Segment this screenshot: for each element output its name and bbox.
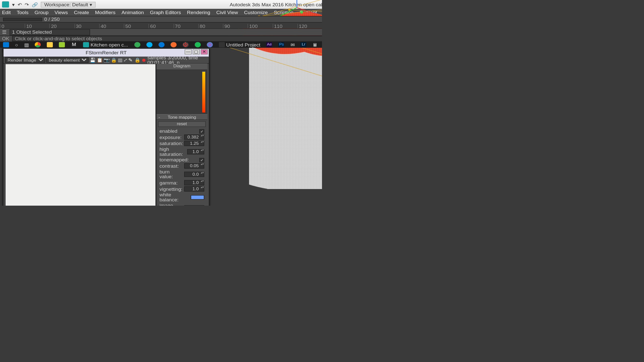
tm-contrast-label: contrast: xyxy=(159,163,179,168)
menu-views[interactable]: Views xyxy=(55,10,68,15)
tm-enabled-checkbox[interactable] xyxy=(199,129,204,133)
fstorm-rt-titlebar[interactable]: FStormRender RT — ▢ ✕ xyxy=(4,49,209,57)
menu-graph-editors[interactable]: Graph Editors xyxy=(150,10,181,15)
tm-saturation-label: saturation: xyxy=(159,141,183,146)
tm-whitebal-label: white balance: xyxy=(159,193,191,202)
fstorm-rt-preview[interactable] xyxy=(5,64,156,206)
tm-blur-label: image blur: xyxy=(159,203,184,206)
app-logo-icon xyxy=(2,1,9,8)
svg-rect-14 xyxy=(300,11,303,13)
status-bar: ☰ 1 Object Selected 🔒 X: 2076.92cm Y: -3… xyxy=(0,28,322,35)
origin-icon[interactable] xyxy=(167,42,179,47)
tm-gamma-spinner[interactable]: 1.0 xyxy=(184,180,204,185)
fstorm-rt-cam-icon[interactable]: 📷 xyxy=(104,58,110,62)
fstorm-rt-fit-icon[interactable]: ⤢ xyxy=(123,58,127,62)
menu-group[interactable]: Group xyxy=(34,10,49,15)
calc-icon[interactable]: 🖩 xyxy=(310,42,321,47)
sharex-icon[interactable] xyxy=(204,42,216,47)
explorer-icon[interactable] xyxy=(44,42,56,47)
time-slider[interactable] xyxy=(3,18,42,21)
start-button[interactable] xyxy=(0,42,12,47)
skype-icon[interactable] xyxy=(143,42,155,47)
fstorm-rt-picker-icon[interactable]: ✎ xyxy=(128,58,132,62)
snip-icon[interactable]: ✂ xyxy=(321,42,322,47)
fstorm-rt-element-select[interactable]: Render Image xyxy=(5,57,45,63)
tm-vignetting-label: vignetting: xyxy=(159,187,182,191)
selection-status: 1 Object Selected xyxy=(10,29,90,35)
tm-burn-label: burn value: xyxy=(159,169,184,179)
tm-tonemapped-label: tonemapped: xyxy=(159,158,189,162)
fstorm-rt-save-icon[interactable]: 💾 xyxy=(90,58,96,62)
ps-icon[interactable]: Ps xyxy=(275,42,288,47)
menu-rendering[interactable]: Rendering xyxy=(187,10,210,15)
fstorm-rt-toolbar: Render Image beauty element 💾 📋 📷 🔒 ▥ ⤢ … xyxy=(4,57,209,64)
tone-mapping-reset-button[interactable]: reset xyxy=(158,121,206,127)
maxscript-icon[interactable]: ☰ xyxy=(0,30,9,34)
marvelous-icon[interactable]: M xyxy=(68,42,80,47)
menu-tools[interactable]: Tools xyxy=(17,10,28,15)
task-view-icon[interactable]: ▥ xyxy=(21,42,32,47)
tm-gamma-label: gamma: xyxy=(159,180,178,185)
fstorm-rt-close-button[interactable]: ✕ xyxy=(201,49,208,54)
ae-icon[interactable]: Ae xyxy=(263,42,275,47)
tm-exposure-spinner[interactable]: 0.382 xyxy=(184,134,204,140)
menu-modifiers[interactable]: Modifiers xyxy=(95,10,115,15)
workspace-selector[interactable]: Workspace: Default ▾ xyxy=(41,2,96,7)
fstorm-rt-copy-icon[interactable]: 📋 xyxy=(97,58,103,62)
tm-vignetting-spinner[interactable]: 1.0 xyxy=(184,186,204,192)
chrome-icon[interactable] xyxy=(32,42,44,47)
menu-animation[interactable]: Animation xyxy=(122,10,144,15)
fstorm-rt-lock2-icon[interactable]: 🔒 xyxy=(134,58,140,62)
undo-icon[interactable]: ↶ xyxy=(18,2,22,7)
mail-icon[interactable]: ✉ xyxy=(288,42,298,47)
menu-create[interactable]: Create xyxy=(74,10,89,15)
tm-contrast-spinner[interactable]: 0.05 xyxy=(184,163,204,168)
tm-burn-spinner[interactable]: 0.0 xyxy=(184,172,204,177)
fstorm-rt-window[interactable]: FStormRender RT — ▢ ✕ Render Image beaut… xyxy=(3,48,209,206)
tm-whitebal-swatch[interactable] xyxy=(191,195,204,200)
timeline-slider-row: 0 / 250 xyxy=(0,16,322,22)
tick: 0 xyxy=(0,24,25,28)
tm-saturation-spinner[interactable]: 1.25 xyxy=(184,141,204,146)
fstorm-rt-lock-icon[interactable]: 🔒 xyxy=(111,58,117,62)
davinci-icon[interactable]: Untitled Project xyxy=(216,42,263,47)
fstorm-rt-min-button[interactable]: — xyxy=(185,49,192,54)
windows-taskbar: ○ ▥ M Kitchen open c... ⏻ Untitled Proje… xyxy=(0,41,322,48)
power-icon[interactable]: ⏻ xyxy=(179,42,191,47)
status-ok-label: OK xyxy=(2,36,9,41)
lr-icon[interactable]: Lr xyxy=(298,42,310,47)
cortana-icon[interactable]: ○ xyxy=(12,42,21,47)
fstorm-rt-rec-icon[interactable]: ⏺ xyxy=(141,58,146,62)
prompt-line: Click or click-and-drag to select object… xyxy=(12,36,322,42)
tone-mapping-rollup[interactable]: Tone mapping xyxy=(156,114,207,120)
fstorm-diagram xyxy=(156,70,207,114)
notepadpp-icon[interactable] xyxy=(56,42,68,47)
tm-exposure-label: exposure: xyxy=(159,135,182,140)
svg-rect-9 xyxy=(288,9,290,11)
link-icon[interactable]: 🔗 xyxy=(32,2,38,7)
fstorm-diagram-title[interactable]: Diagram xyxy=(156,64,207,70)
tm-highsat-label: high saturation: xyxy=(159,147,187,157)
tm-blur-spinner[interactable]: 0.1 xyxy=(184,205,204,206)
time-ruler[interactable]: 0102030405060708090100110120130140150160… xyxy=(0,22,322,28)
gdrive-icon[interactable] xyxy=(131,42,143,47)
spotify-icon[interactable] xyxy=(191,42,204,47)
tm-highsat-spinner[interactable]: 1.0 xyxy=(187,149,204,154)
gradient-bar-icon xyxy=(202,72,205,112)
3dsmax-task-icon[interactable]: Kitchen open c... xyxy=(80,42,131,47)
windows-icon xyxy=(3,42,9,47)
fstorm-rt-panel-icon[interactable]: ▥ xyxy=(118,58,122,62)
status-bar-2: OK Click or click-and-drag to select obj… xyxy=(0,35,322,42)
cortana2-icon[interactable] xyxy=(155,42,167,47)
fstorm-rt-channel-select[interactable]: beauty element xyxy=(46,57,89,63)
tm-tonemapped-checkbox[interactable] xyxy=(199,158,204,162)
fstorm-rt-max-button[interactable]: ▢ xyxy=(193,49,200,54)
frame-readout: 0 / 250 xyxy=(44,17,60,22)
tm-enabled-label: enabled xyxy=(159,129,177,133)
redo-icon[interactable]: ↷ xyxy=(25,2,29,7)
menu-edit[interactable]: Edit xyxy=(2,10,11,15)
app-menu-icon[interactable]: ▾ xyxy=(12,2,15,7)
